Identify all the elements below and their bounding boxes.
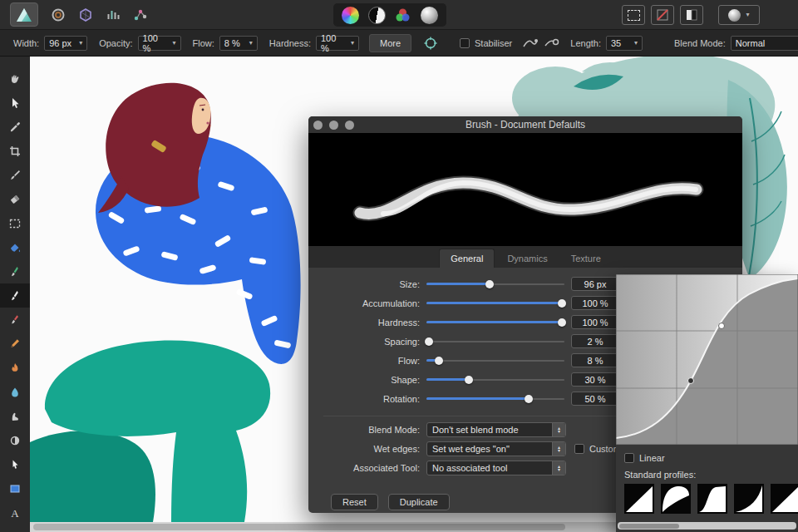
profiles-scrollbar[interactable] [618, 522, 796, 530]
move-tool[interactable] [0, 91, 30, 115]
eraser-tool[interactable] [0, 187, 30, 211]
chevron-down-icon: ▾ [75, 40, 82, 47]
shape-slider[interactable] [426, 370, 564, 389]
flow-dropdown[interactable]: 8 %▾ [219, 36, 258, 51]
rgb-circles-icon[interactable] [394, 7, 411, 24]
donut-icon[interactable] [51, 7, 66, 22]
profile-thumb-ramp2[interactable] [771, 484, 798, 514]
standard-profiles-panel: Linear Standard profiles: [616, 445, 798, 532]
marquee-select-tool[interactable] [0, 211, 30, 235]
no-style-button[interactable] [651, 5, 674, 25]
node-tool[interactable] [0, 452, 30, 476]
smudge-tool[interactable] [0, 404, 30, 428]
blur-tool[interactable] [0, 380, 30, 404]
crop-icon [8, 145, 22, 158]
reset-button[interactable]: Reset [331, 494, 378, 510]
dodge-tool[interactable] [0, 428, 30, 452]
blend-mode-label: Blend Mode: [308, 425, 426, 435]
wet-edges-select[interactable]: Set wet edges "on" ▴▾ [426, 441, 566, 456]
hand-icon [8, 72, 22, 86]
blend-mode-dropdown[interactable]: Normal ▴▾ [731, 36, 798, 51]
hardness-dropdown[interactable]: 100 %▾ [316, 36, 359, 51]
colour-replacement-brush-tool[interactable] [0, 308, 30, 332]
profile-thumb-sail[interactable] [661, 484, 691, 514]
rotation-slider[interactable] [426, 389, 564, 408]
close-button[interactable] [313, 121, 323, 130]
custom-checkbox[interactable] [574, 444, 584, 454]
accumulation-value[interactable]: 100 % [571, 296, 619, 310]
spacing-slider[interactable] [426, 332, 564, 351]
stabiliser-checkbox[interactable] [460, 38, 470, 48]
associated-tool-select[interactable]: No associated tool ▴▾ [426, 461, 566, 475]
pencil-tool[interactable] [0, 332, 30, 356]
export-nodes-icon[interactable] [133, 7, 148, 22]
green-brush-icon [8, 265, 22, 278]
more-button[interactable]: More [369, 34, 411, 52]
size-slider[interactable] [426, 274, 564, 293]
spacing-value[interactable]: 2 % [571, 334, 619, 348]
width-dropdown[interactable]: 96 px▾ [44, 36, 87, 51]
duplicate-button[interactable]: Duplicate [388, 494, 450, 510]
zoom-button[interactable] [345, 121, 354, 130]
tab-general[interactable]: General [439, 249, 495, 268]
view-hand-tool[interactable] [0, 66, 30, 91]
mono-circle-icon[interactable] [368, 7, 386, 24]
opacity-dropdown[interactable]: 100 %▾ [138, 36, 181, 51]
profile-thumb-ramp[interactable] [624, 484, 654, 514]
linear-checkbox[interactable] [624, 453, 634, 463]
curve-control-point-light[interactable] [719, 323, 725, 329]
flow-slider[interactable] [426, 351, 564, 370]
tab-dynamics[interactable]: Dynamics [496, 249, 558, 268]
dialog-titlebar[interactable]: Brush - Document Defaults [308, 116, 742, 133]
rope-stabiliser-icon[interactable] [522, 37, 539, 50]
profile-thumb-scurve[interactable] [697, 484, 727, 514]
size-value[interactable]: 96 px [571, 277, 619, 291]
adjust-bars-icon[interactable] [106, 7, 121, 22]
accumulation-slider[interactable] [426, 293, 564, 313]
persona-hexagon-icon[interactable] [78, 7, 93, 22]
blend-mode-select[interactable]: Don't set blend mode ▴▾ [426, 422, 566, 437]
profile-thumb-concave[interactable] [734, 484, 764, 514]
hardness-label: Hardness: [308, 318, 426, 328]
associated-tool-label: Associated Tool: [308, 463, 426, 473]
red-slash-icon [657, 9, 668, 21]
burn-tool[interactable] [0, 356, 30, 380]
scrollbar-thumb[interactable] [619, 524, 679, 529]
crop-tool[interactable] [0, 139, 30, 163]
rectangle-tool[interactable] [0, 476, 30, 500]
rotation-value[interactable]: 50 % [571, 392, 619, 406]
hardness-label: Hardness: [269, 38, 311, 48]
affinity-logo-button[interactable] [10, 2, 38, 27]
paint-brush-tool[interactable] [0, 283, 30, 308]
up-down-arrows-icon: ▴▾ [552, 461, 565, 475]
hardness-value[interactable]: 100 % [571, 315, 619, 329]
length-dropdown[interactable]: 35▾ [606, 36, 643, 51]
affinity-logo [15, 7, 33, 23]
text-tool[interactable]: A [0, 500, 30, 525]
tab-texture[interactable]: Texture [560, 249, 612, 268]
sphere-icon[interactable] [421, 7, 438, 24]
marquee-toggle-button[interactable] [622, 5, 645, 25]
scrollbar-thumb[interactable] [33, 524, 565, 530]
brush-target-icon[interactable] [423, 36, 438, 51]
vector-brush-tool[interactable] [0, 163, 30, 187]
window-stabiliser-icon[interactable] [544, 37, 560, 50]
dialog-title: Brush - Document Defaults [308, 119, 742, 131]
stabiliser-label: Stabiliser [475, 38, 512, 48]
finger-icon [8, 410, 22, 423]
flow-value[interactable]: 8 % [571, 353, 619, 367]
size-label: Size: [308, 279, 426, 289]
curve-control-point-dark[interactable] [688, 378, 694, 384]
color-wheel-icon[interactable] [342, 7, 359, 24]
gamut-check-button[interactable] [680, 5, 703, 25]
view-mode-button[interactable]: ▾ [718, 5, 760, 25]
pixel-brush-tool[interactable] [0, 259, 30, 283]
shape-value[interactable]: 30 % [571, 372, 619, 387]
flood-fill-tool[interactable] [0, 235, 30, 259]
minimize-button[interactable] [329, 121, 338, 130]
shape-label: Shape: [308, 375, 426, 385]
colour-picker-tool[interactable] [0, 115, 30, 139]
hardness-slider[interactable] [426, 313, 564, 332]
flow-label: Flow: [308, 356, 426, 366]
profile-curve-editor[interactable] [616, 274, 798, 445]
